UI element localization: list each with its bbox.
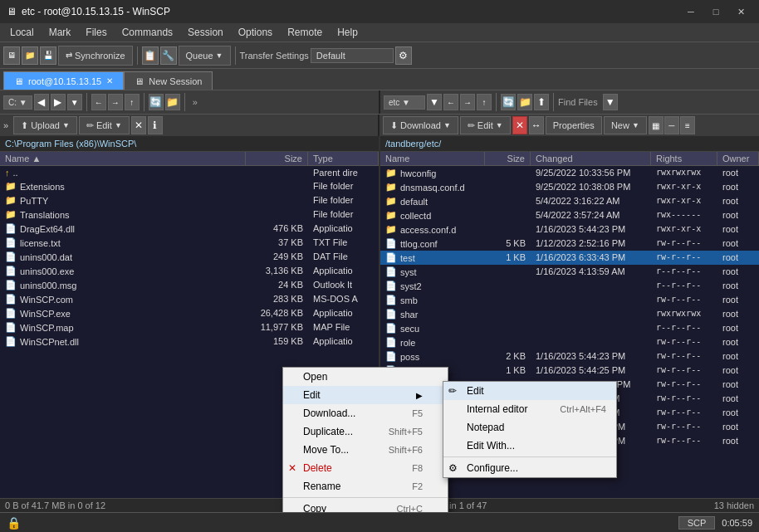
sub-notepad[interactable]: Notepad [443,418,616,437]
ctx-open[interactable]: Open [283,368,448,386]
menu-mark[interactable]: Mark [42,25,78,40]
menu-remote[interactable]: Remote [281,25,329,40]
transfer-settings-dropdown[interactable]: Default [311,48,394,63]
right-nav-up[interactable]: ↑ [477,94,492,110]
menu-session[interactable]: Session [181,25,230,40]
right-file-row[interactable]: 📄 role rw-r--r-- root [380,335,759,349]
queue-button[interactable]: Queue ▼ [179,46,231,66]
sub-edit[interactable]: ✏ Edit [443,382,616,400]
tab-new-session[interactable]: 🖥 New Session [124,71,213,90]
left-file-row[interactable]: 📄 unins000.dat 249 KB DAT File [0,250,379,264]
left-file-row[interactable]: 📄 WinSCP.exe 26,428 KB Applicatio [0,306,379,320]
synchronize-button[interactable]: ⇄ Synchronize [58,46,133,66]
toolbar-icon2[interactable]: 📁 [22,46,38,65]
left-file-row[interactable]: 📄 license.txt 37 KB TXT File [0,236,379,250]
left-nav-back[interactable]: ← [91,94,106,110]
left-file-row[interactable]: 📁 Translations File folder [0,207,379,222]
left-file-row[interactable]: 📁 Extensions File folder [0,179,379,193]
left-new-folder[interactable]: 📁 [165,94,180,110]
delete-btn-left[interactable]: ✕ [131,116,146,134]
right-file-row[interactable]: 📁 default 5/4/2022 3:16:22 AM rwxr-xr-x … [380,194,759,208]
right-col-size[interactable]: Size [485,152,531,165]
find-files-btn[interactable]: Find Files [558,97,598,107]
delete-btn-right[interactable]: ✕ [512,116,527,134]
menu-options[interactable]: Options [232,25,279,40]
right-upload[interactable]: ⬆ [534,94,549,110]
right-refresh[interactable]: 🔄 [501,94,516,110]
toolbar-settings-icon[interactable]: ⚙ [395,46,412,65]
toolbar-icon1[interactable]: 🖥 [3,46,20,65]
new-button[interactable]: New ▼ [604,116,647,134]
maximize-button[interactable]: □ [704,3,727,20]
ctx-edit[interactable]: Edit ▶ [283,386,448,404]
expand-btn[interactable]: » [189,97,201,107]
right-col-changed[interactable]: Changed [531,152,651,165]
sub-configure[interactable]: ⚙ Configure... [443,459,616,477]
right-nav-filter[interactable]: ▼ [427,94,442,110]
left-col-size[interactable]: Size [246,152,308,165]
right-new-folder[interactable]: 📁 [517,94,532,110]
properties-btn-left[interactable]: ℹ [148,116,163,134]
right-file-row[interactable]: 📄 syst2 r--r--r-- root [380,279,759,293]
toolbar-icon3[interactable]: 💾 [40,46,56,65]
right-file-row[interactable]: 📁 hwconfig 9/25/2022 10:33:56 PM rwxrwxr… [380,166,759,180]
left-nav-btn1[interactable]: ◀ [34,94,49,110]
minimize-button[interactable]: ─ [679,3,703,20]
edit-button-left[interactable]: ✏ Edit ▼ [79,116,130,134]
sub-internal-editor[interactable]: Internal editor Ctrl+Alt+F4 [443,400,616,418]
menu-local[interactable]: Local [3,25,41,40]
sub-edit-with[interactable]: Edit With... [443,437,616,455]
right-file-row[interactable]: 📄 ttlog.conf 5 KB 1/12/2023 2:52:16 PM r… [380,237,759,251]
right-file-row[interactable]: 📁 dnsmasq.conf.d 9/25/2022 10:38:08 PM r… [380,180,759,194]
left-col-name[interactable]: Name ▲ [0,152,246,165]
edit-button-right[interactable]: ✏ Edit ▼ [460,116,511,134]
menu-files[interactable]: Files [79,25,113,40]
toolbar-icon4[interactable]: 📋 [142,46,159,65]
right-col-name[interactable]: Name [380,152,485,165]
ctx-rename[interactable]: Rename F2 [283,477,448,495]
upload-button[interactable]: ⬆ Upload ▼ [13,116,77,134]
right-col-owner[interactable]: Owner [717,152,759,165]
view-btn1[interactable]: ▦ [649,116,664,134]
expand-btn2[interactable]: » [3,120,8,130]
download-button[interactable]: ⬇ Download ▼ [383,116,458,134]
left-file-row[interactable]: 📄 unins000.msg 24 KB Outlook It [0,278,379,292]
left-file-row[interactable]: ↑ .. Parent dire [0,166,379,179]
right-nav-fwd[interactable]: → [460,94,475,110]
left-nav-btn3[interactable]: ▼ [67,94,82,110]
right-file-row[interactable]: 📁 collectd 5/4/2022 3:57:24 AM rwx------… [380,208,759,222]
right-col-rights[interactable]: Rights [651,152,717,165]
ctx-download[interactable]: Download... F5 [283,404,448,422]
menu-help[interactable]: Help [331,25,365,40]
left-nav-fwd[interactable]: → [108,94,123,110]
left-col-type[interactable]: Type [308,152,379,165]
ctx-moveto[interactable]: Move To... Shift+F6 [283,441,448,459]
menu-commands[interactable]: Commands [115,25,179,40]
left-nav-up[interactable]: ↑ [125,94,140,110]
right-file-row[interactable]: 📄 poss 2 KB 1/16/2023 5:44:23 PM rw-r--r… [380,349,759,364]
right-file-row[interactable]: 📄 shar rwxrwxrwx root [380,307,759,321]
right-file-row[interactable]: 📁 access.conf.d 1/16/2023 5:44:23 PM rwx… [380,222,759,237]
ctx-copy[interactable]: Copy Ctrl+C [283,500,448,512]
left-refresh[interactable]: 🔄 [149,94,164,110]
view-btn3[interactable]: ≡ [680,116,695,134]
close-button[interactable]: ✕ [729,3,752,20]
move-btn-right[interactable]: ↔ [529,116,544,134]
tab-session1[interactable]: 🖥 root@10.15.13.15 ✕ [3,71,124,90]
right-file-row[interactable]: 📄 smb rw-r--r-- root [380,293,759,307]
properties-button[interactable]: Properties [546,116,602,134]
left-nav-btn2[interactable]: ▶ [51,94,66,110]
tab-close-button[interactable]: ✕ [106,76,113,85]
right-file-row[interactable]: 📄 test 1 KB 1/16/2023 6:33:43 PM rw-r--r… [380,251,759,265]
toolbar-icon5[interactable]: 🔧 [160,46,177,65]
left-file-row[interactable]: 📄 unins000.exe 3,136 KB Applicatio [0,264,379,278]
left-file-row[interactable]: 📁 PuTTY File folder [0,193,379,207]
ctx-delete[interactable]: ✕ Delete F8 [283,459,448,477]
right-more[interactable]: ▼ [603,94,618,110]
drive-select[interactable]: C: ▼ [3,95,32,110]
left-file-row[interactable]: 📄 WinSCP.com 283 KB MS-DOS A [0,292,379,306]
right-dir-dropdown[interactable]: etc ▼ [384,95,425,110]
left-file-row[interactable]: 📄 DragExt64.dll 476 KB Applicatio [0,222,379,236]
left-file-row[interactable]: 📄 WinSCPnet.dll 159 KB Applicatio [0,334,379,349]
right-file-row[interactable]: 📄 secu r--r--r-- root [380,321,759,335]
